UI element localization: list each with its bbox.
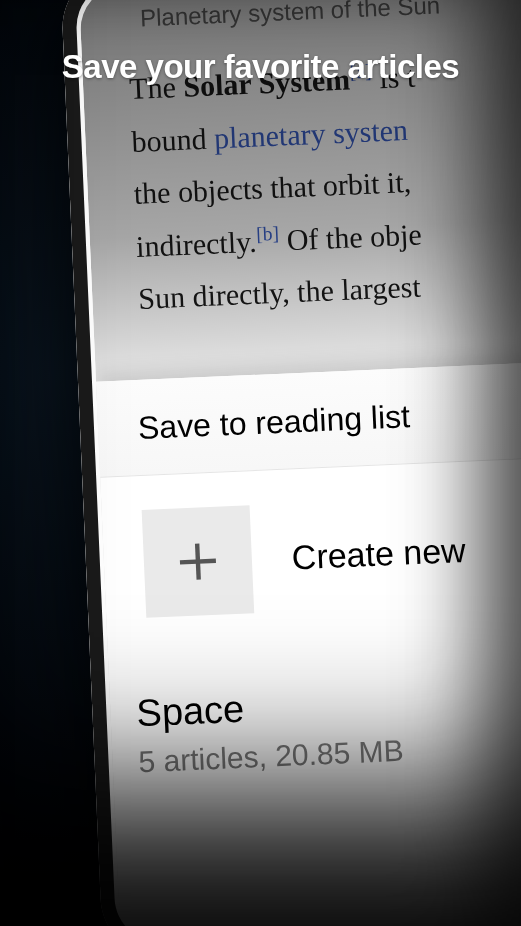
footnote-b[interactable]: [b] [256, 222, 280, 244]
planetary-system-link[interactable]: planetary systen [213, 112, 408, 153]
save-sheet: Save to reading list Create new Space 5 … [96, 357, 521, 926]
hero-headline: Save your favorite articles [0, 48, 521, 86]
create-new-button[interactable]: Create new [100, 453, 521, 653]
sheet-title: Save to reading list [96, 357, 521, 478]
reading-list-item[interactable]: Space 5 articles, 20.85 MB [108, 629, 521, 780]
svg-line-1 [180, 561, 216, 563]
reading-list-title: Space [136, 671, 521, 736]
phone-mock: Planetary system of the Sun The Solar Sy… [60, 0, 521, 926]
plus-icon [142, 505, 255, 618]
article-caption: Planetary system of the Sun [120, 0, 521, 33]
create-new-label: Create new [291, 530, 466, 577]
